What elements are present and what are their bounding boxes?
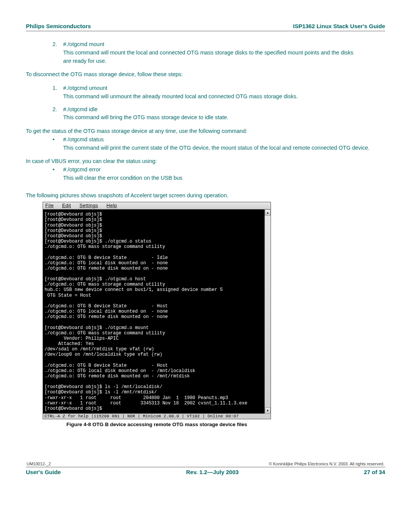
footer-meta: UM10012-_2 © Koninklijke Philips Electro… (26, 462, 385, 466)
step-number: 2. (53, 40, 63, 49)
para-vbus: In case of VBUS error, you can clear the… (26, 157, 385, 166)
terminal-scrollbar[interactable]: ▴ ▾ (264, 209, 271, 414)
step-desc: This command will bring the OTG mass sto… (63, 113, 385, 122)
header-right: ISP1362 Linux Stack User's Guide (293, 23, 385, 29)
bullet-command: #./otgcmd status (63, 136, 104, 142)
footer-center: Rev. 1.2—July 2003 (186, 469, 239, 475)
step-umount: 1.#./otgcmd umount This command will unm… (53, 84, 385, 101)
para-disconnect: To disconnect the OTG mass storage devic… (26, 70, 385, 79)
page-header: Philips Semiconductors ISP1362 Linux Sta… (26, 23, 385, 31)
doc-number: UM10012-_2 (27, 462, 51, 466)
para-figure-intro: The following pictures shows snapshots o… (26, 192, 385, 200)
step-command: #./otgcmd mount (63, 41, 104, 47)
menu-edit[interactable]: Edit (62, 203, 71, 208)
step-command: #./otgcmd umount (63, 85, 107, 91)
step-number: 2. (53, 105, 63, 114)
terminal-window: File Edit Settings Help [root@Devboard o… (43, 202, 271, 419)
bullet-icon: • (53, 136, 63, 144)
menu-file[interactable]: File (45, 203, 54, 208)
step-idle: 2.#./otgcmd idle This command will bring… (53, 105, 385, 122)
menu-settings[interactable]: Settings (80, 203, 98, 208)
step-desc: This command will mount the local and co… (63, 49, 356, 66)
step-command: #./otgcmd idle (63, 106, 97, 112)
page-footer: User's Guide Rev. 1.2—July 2003 27 of 34 (26, 467, 385, 475)
scrollbar-track[interactable] (265, 216, 271, 407)
bullet-status: •#./otgcmd status This command will prin… (53, 136, 385, 152)
header-left: Philips Semiconductors (26, 23, 91, 29)
scrollbar-down-icon[interactable]: ▾ (265, 407, 271, 414)
copyright-text: © Koninklijke Philips Electronics N.V. 2… (269, 462, 384, 466)
footer-right: 27 of 34 (364, 469, 385, 475)
bullet-desc: This command will print the current stat… (63, 144, 385, 152)
step-mount: 2.#./otgcmd mount This command will moun… (53, 40, 385, 65)
figure-caption: Figure 4-8 OTG B device accessing remote… (43, 422, 271, 427)
terminal-statusbar: CTRL-A Z for help |115200 8N1 | NOR | Mi… (43, 414, 271, 419)
menu-help[interactable]: Help (107, 203, 117, 208)
scrollbar-up-icon[interactable]: ▴ (265, 209, 271, 216)
bullet-icon: • (53, 166, 63, 174)
para-status: To get the status of the OTG mass storag… (26, 127, 385, 136)
bullet-desc: This will clear the error condition on t… (63, 174, 385, 182)
bullet-command: #./otgcmd error (63, 166, 100, 173)
step-number: 1. (53, 84, 63, 93)
bullet-error: •#./otgcmd error This will clear the err… (53, 166, 385, 182)
terminal-output[interactable]: [root@Devboard objs]$ [root@Devboard obj… (43, 209, 264, 414)
footer-left: User's Guide (26, 469, 61, 475)
step-desc: This command will unmount the already mo… (63, 93, 385, 101)
terminal-menubar[interactable]: File Edit Settings Help (43, 202, 271, 209)
